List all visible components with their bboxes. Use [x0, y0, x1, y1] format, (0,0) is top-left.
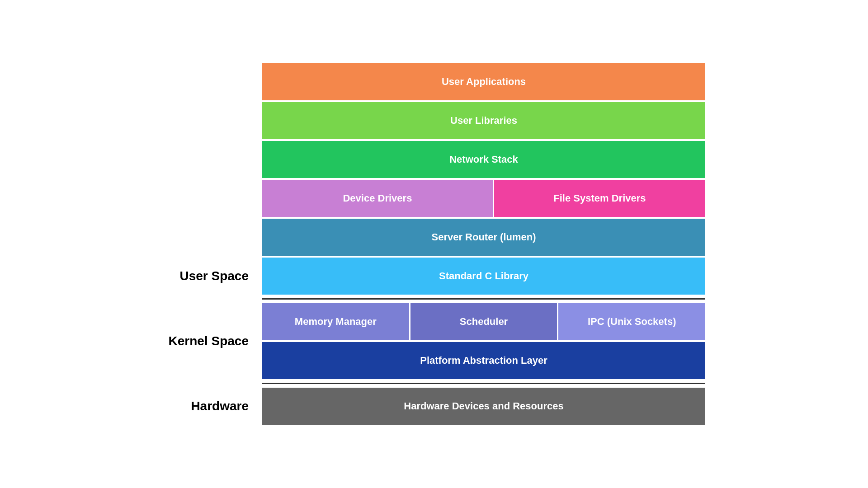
kernel-space-label: Kernel Space	[163, 334, 262, 348]
user-applications-label: User Applications	[442, 76, 526, 88]
divider-line-2	[262, 383, 705, 384]
hardware-label: Hardware	[163, 399, 262, 413]
user-libraries-label: User Libraries	[450, 115, 517, 127]
server-router-block: Server Router (lumen)	[262, 219, 705, 256]
user-applications-row: User Applications	[163, 63, 705, 100]
ipc-label: IPC (Unix Sockets)	[588, 316, 676, 328]
divider-1	[163, 298, 705, 300]
standard-library-label: Standard C Library	[439, 270, 528, 282]
hardware-devices-label: Hardware Devices and Resources	[404, 400, 563, 412]
platform-abstraction-label: Platform Abstraction Layer	[420, 355, 547, 366]
memory-manager-block: Memory Manager	[262, 303, 410, 340]
platform-abstraction-block: Platform Abstraction Layer	[262, 342, 705, 379]
network-stack-row: Network Stack	[163, 141, 705, 178]
memory-manager-label: Memory Manager	[295, 316, 377, 328]
kernel-top: Memory Manager Scheduler IPC (Unix Socke…	[262, 303, 705, 340]
user-applications-block: User Applications	[262, 63, 705, 100]
scheduler-block: Scheduler	[410, 303, 559, 340]
device-drivers-label: Device Drivers	[343, 192, 412, 204]
scheduler-label: Scheduler	[460, 316, 508, 328]
standard-library-block: Standard C Library	[262, 258, 705, 295]
network-stack-block: Network Stack	[262, 141, 705, 178]
divider-line-1	[262, 298, 705, 300]
file-system-drivers-label: File System Drivers	[553, 192, 646, 204]
device-drivers-block: Device Drivers	[262, 180, 493, 217]
standard-library-row: User Space Standard C Library	[163, 258, 705, 295]
hardware-row: Hardware Hardware Devices and Resources	[163, 388, 705, 425]
user-space-label: User Space	[163, 269, 262, 283]
drivers-row: Device Drivers File System Drivers	[163, 180, 705, 217]
kernel-group: Memory Manager Scheduler IPC (Unix Socke…	[262, 303, 705, 379]
drivers-block-row: Device Drivers File System Drivers	[262, 180, 705, 217]
hardware-devices-block: Hardware Devices and Resources	[262, 388, 705, 425]
kernel-row: Kernel Space Memory Manager Scheduler IP…	[163, 303, 705, 379]
server-router-label: Server Router (lumen)	[431, 231, 536, 243]
diagram-container: User Applications User Libraries Network…	[163, 63, 705, 425]
server-router-row: Server Router (lumen)	[163, 219, 705, 256]
ipc-block: IPC (Unix Sockets)	[558, 303, 705, 340]
user-libraries-row: User Libraries	[163, 102, 705, 139]
file-system-drivers-block: File System Drivers	[494, 180, 705, 217]
user-libraries-block: User Libraries	[262, 102, 705, 139]
network-stack-label: Network Stack	[449, 154, 518, 165]
divider-2	[163, 383, 705, 384]
